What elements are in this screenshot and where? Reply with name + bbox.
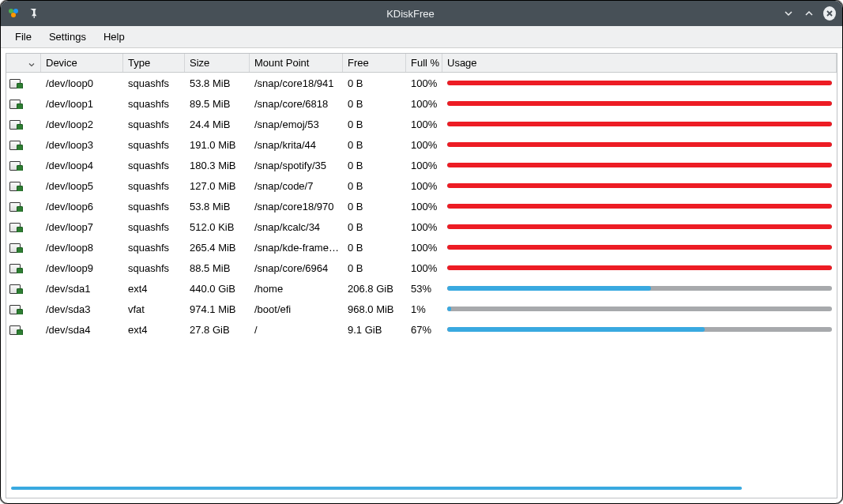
table-row[interactable]: /dev/loop5squashfs127.0 MiB/snap/code/70… (6, 175, 837, 196)
cell-device: /dev/sda3 (41, 303, 123, 315)
device-icon-cell (6, 139, 41, 150)
column-sort-indicator[interactable] (6, 54, 41, 72)
table-row[interactable]: /dev/loop8squashfs265.4 MiB/snap/kde-fra… (6, 237, 837, 258)
usage-fill (447, 122, 832, 126)
disk-icon (9, 139, 22, 150)
cell-device: /dev/loop4 (41, 160, 123, 171)
cell-mount: /snap/kcalc/34 (250, 221, 343, 233)
chevron-down-icon (28, 59, 36, 67)
cell-type: ext4 (123, 283, 185, 295)
cell-device: /dev/sda1 (41, 283, 123, 295)
cell-device: /dev/loop6 (41, 201, 123, 213)
close-button[interactable] (823, 7, 836, 20)
cell-free: 206.8 GiB (343, 283, 406, 295)
cell-device: /dev/loop9 (41, 262, 123, 274)
usage-bar (447, 142, 832, 147)
usage-bar (447, 183, 832, 188)
pin-icon[interactable] (28, 7, 39, 21)
device-icon-cell (6, 201, 41, 212)
cell-usage (442, 101, 837, 106)
table-row[interactable]: /dev/loop4squashfs180.3 MiB/snap/spotify… (6, 155, 837, 175)
content-area: Device Type Size Mount Point Free Full %… (1, 48, 842, 503)
cell-usage (442, 286, 837, 291)
disk-icon (9, 242, 22, 253)
device-icon-cell (6, 324, 41, 335)
column-usage[interactable]: Usage (442, 54, 837, 72)
cell-size: 24.4 MiB (185, 118, 250, 130)
usage-bar (447, 327, 832, 332)
usage-bar (447, 286, 832, 291)
cell-type: squashfs (123, 98, 185, 110)
disk-icon (9, 262, 22, 273)
cell-full: 100% (406, 77, 442, 89)
cell-usage (442, 224, 837, 229)
minimize-button[interactable] (782, 7, 795, 20)
cell-usage (442, 183, 837, 188)
table-row[interactable]: /dev/loop1squashfs89.5 MiB/snap/core/681… (6, 93, 837, 114)
table-row[interactable]: /dev/loop3squashfs191.0 MiB/snap/krita/4… (6, 134, 837, 155)
usage-fill (447, 81, 832, 85)
table-row[interactable]: /dev/sda1ext4440.0 GiB/home206.8 GiB53% (6, 278, 837, 299)
cell-usage (442, 265, 837, 270)
column-type[interactable]: Type (123, 54, 185, 72)
device-icon-cell (6, 98, 41, 109)
titlebar[interactable]: KDiskFree (1, 1, 842, 26)
cell-type: squashfs (123, 262, 185, 274)
usage-bar (447, 224, 832, 229)
menu-file[interactable]: File (7, 28, 40, 46)
cell-size: 89.5 MiB (185, 98, 250, 110)
column-free[interactable]: Free (343, 54, 406, 72)
disk-icon (9, 77, 22, 88)
scrollbar-thumb[interactable] (11, 487, 742, 490)
cell-free: 0 B (343, 201, 406, 213)
cell-usage (442, 122, 837, 126)
menu-help[interactable]: Help (96, 28, 133, 46)
column-mount[interactable]: Mount Point (250, 54, 343, 72)
cell-full: 100% (406, 180, 442, 192)
disk-icon (9, 160, 22, 171)
horizontal-scrollbar[interactable] (11, 487, 742, 495)
device-icon-cell (6, 262, 41, 273)
disk-icon (9, 201, 22, 212)
cell-device: /dev/loop7 (41, 221, 123, 233)
cell-type: squashfs (123, 160, 185, 171)
device-icon-cell (6, 242, 41, 253)
cell-free: 0 B (343, 139, 406, 151)
usage-fill (447, 265, 832, 270)
cell-usage (442, 204, 837, 209)
column-full[interactable]: Full % (406, 54, 442, 72)
table-row[interactable]: /dev/loop9squashfs88.5 MiB/snap/core/696… (6, 258, 837, 278)
cell-mount: /snap/spotify/35 (250, 160, 343, 171)
table-body[interactable]: /dev/loop0squashfs53.8 MiB/snap/core18/9… (6, 73, 837, 498)
menu-settings[interactable]: Settings (41, 28, 94, 46)
cell-size: 88.5 MiB (185, 262, 250, 274)
device-icon-cell (6, 160, 41, 171)
table-row[interactable]: /dev/loop2squashfs24.4 MiB/snap/emoj/530… (6, 114, 837, 134)
column-size[interactable]: Size (185, 54, 250, 72)
table-row[interactable]: /dev/loop7squashfs512.0 KiB/snap/kcalc/3… (6, 216, 837, 237)
device-icon-cell (6, 303, 41, 314)
table-row[interactable]: /dev/loop6squashfs53.8 MiB/snap/core18/9… (6, 196, 837, 216)
cell-device: /dev/loop0 (41, 77, 123, 89)
cell-full: 100% (406, 221, 442, 233)
usage-fill (447, 183, 832, 188)
usage-fill (447, 163, 832, 167)
disk-icon (9, 324, 22, 335)
column-device[interactable]: Device (41, 54, 123, 72)
disk-icon (9, 221, 22, 232)
table-row[interactable]: /dev/sda3vfat974.1 MiB/boot/efi968.0 MiB… (6, 299, 837, 319)
cell-type: squashfs (123, 180, 185, 192)
cell-free: 0 B (343, 242, 406, 254)
usage-bar (447, 307, 832, 311)
cell-mount: /snap/code/7 (250, 180, 343, 192)
cell-free: 0 B (343, 221, 406, 233)
usage-fill (447, 204, 832, 209)
svg-point-2 (11, 13, 16, 17)
table-row[interactable]: /dev/loop0squashfs53.8 MiB/snap/core18/9… (6, 73, 837, 93)
usage-bar (447, 245, 832, 250)
disk-icon (9, 283, 22, 294)
cell-device: /dev/loop5 (41, 180, 123, 192)
usage-bar (447, 101, 832, 106)
table-row[interactable]: /dev/sda4ext427.8 GiB/9.1 GiB67% (6, 319, 837, 340)
maximize-button[interactable] (803, 7, 815, 20)
